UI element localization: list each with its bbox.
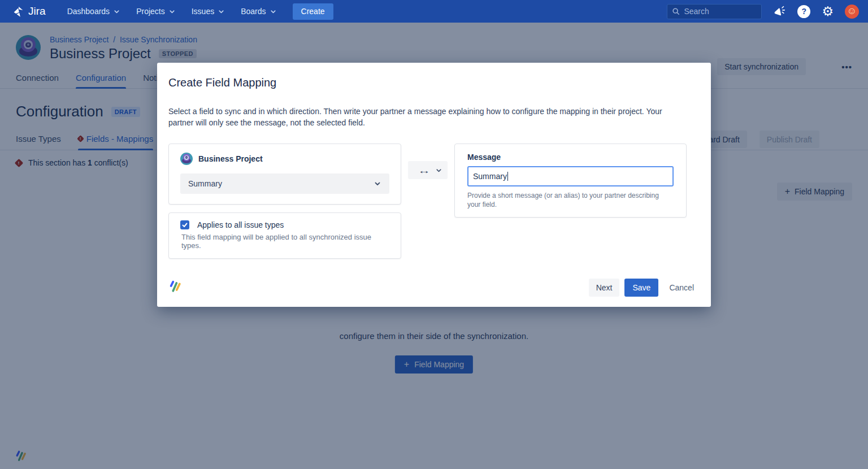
nav-projects-label: Projects — [136, 7, 165, 16]
next-button[interactable]: Next — [589, 279, 620, 297]
gear-icon[interactable]: ⚙ — [822, 5, 834, 18]
message-card: Message Summary Provide a short message … — [454, 144, 687, 218]
applies-checkbox[interactable] — [180, 220, 189, 229]
mapping-cards-row: Business Project Summary Applies to all … — [168, 144, 700, 259]
top-nav-bar: Jira Dashboards Projects Issues Boards C… — [0, 0, 868, 23]
jira-brand-text: Jira — [28, 5, 46, 18]
chevron-down-icon — [168, 8, 176, 15]
search-icon — [672, 7, 680, 15]
modal-footer: Next Save Cancel — [168, 279, 700, 299]
jira-logo[interactable]: Jira — [12, 5, 46, 18]
nav-issues-label: Issues — [192, 7, 214, 16]
project-avatar — [180, 153, 193, 165]
jira-logo-icon — [12, 6, 24, 18]
sync-direction-control[interactable]: ↔ — [408, 161, 448, 179]
search-box[interactable] — [667, 4, 762, 19]
field-select-value: Summary — [188, 179, 222, 188]
nav-dashboards[interactable]: Dashboards — [67, 7, 121, 16]
message-input[interactable]: Summary — [467, 166, 674, 186]
text-caret — [507, 172, 508, 181]
search-input[interactable] — [684, 7, 757, 16]
message-label: Message — [467, 153, 674, 162]
nav-boards[interactable]: Boards — [241, 7, 276, 16]
chevron-down-icon — [270, 8, 277, 15]
modal-title: Create Field Mapping — [168, 76, 700, 89]
source-project-name: Business Project — [198, 154, 263, 163]
chevron-down-icon — [374, 180, 381, 188]
save-button[interactable]: Save — [624, 279, 658, 297]
applies-helper-text: This field mapping will be applied to al… — [180, 233, 389, 250]
field-select[interactable]: Summary — [180, 173, 389, 194]
message-input-value: Summary — [473, 172, 507, 181]
nav-dashboards-label: Dashboards — [67, 7, 110, 16]
help-icon[interactable]: ? — [797, 5, 810, 18]
create-button[interactable]: Create — [293, 3, 333, 20]
applies-checkbox-label[interactable]: Applies to all issue types — [197, 220, 284, 229]
chevron-down-icon — [218, 8, 225, 15]
message-helper-text: Provide a short message (or an alias) to… — [467, 191, 674, 209]
applies-card: Applies to all issue types This field ma… — [168, 212, 401, 259]
nav-issues[interactable]: Issues — [192, 7, 225, 16]
source-field-card: Business Project Summary — [168, 144, 401, 205]
bidirectional-arrow-icon: ↔ — [407, 166, 441, 175]
modal-description: Select a field to sync and in which dire… — [168, 106, 669, 128]
megaphone-icon[interactable] — [773, 5, 786, 18]
check-icon — [181, 222, 188, 228]
nav-boards-label: Boards — [241, 7, 266, 16]
nav-projects[interactable]: Projects — [136, 7, 176, 16]
cancel-button[interactable]: Cancel — [663, 279, 700, 297]
chevron-down-icon — [113, 8, 120, 15]
create-field-mapping-modal: Create Field Mapping Select a field to s… — [157, 63, 711, 307]
exalate-logo — [168, 280, 182, 296]
user-avatar[interactable]: ☺ — [845, 5, 859, 19]
help-glyph: ? — [802, 7, 807, 16]
